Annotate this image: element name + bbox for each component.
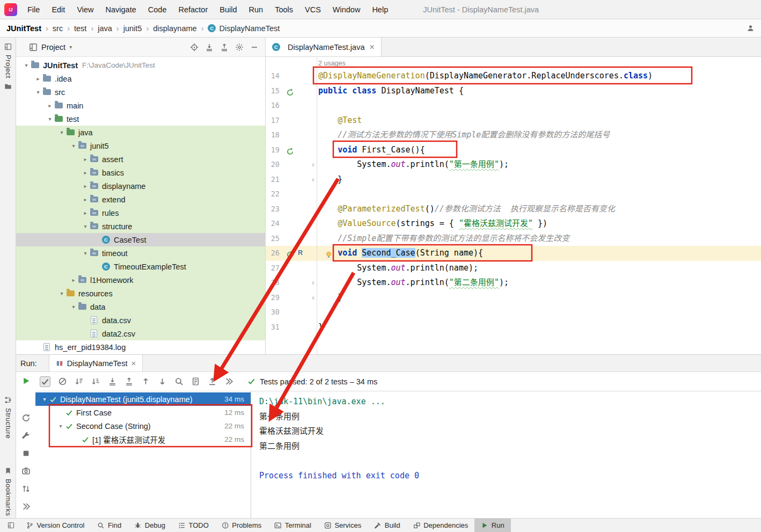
tree-chevron-icon[interactable]: ▾ — [45, 116, 55, 122]
customize-wrench-icon[interactable] — [21, 431, 31, 440]
import-test-results-icon[interactable] — [191, 377, 200, 386]
code-line-23[interactable]: 23 @ParameterizedTest()//参数化测试方法 执行观察显示名… — [266, 202, 761, 217]
more-options-icon[interactable] — [224, 377, 233, 386]
project-panel-title[interactable]: Project — [41, 43, 65, 52]
tree-item-java[interactable]: ▾java — [16, 126, 265, 139]
settings-gear-icon[interactable] — [235, 43, 244, 52]
code-line-28[interactable]: 28∨ System.out.println("第二条用例"); — [266, 275, 761, 290]
code-line-14[interactable]: 14@DisplayNameGeneration(DisplayNameGene… — [266, 69, 761, 84]
profile-icon[interactable] — [747, 24, 755, 32]
breadcrumb-item-src[interactable]: src — [53, 24, 63, 33]
editor-tab[interactable]: C DisplayNameTest.java × — [266, 38, 382, 56]
hide-panel-icon[interactable] — [250, 43, 259, 52]
menu-refactor[interactable]: Refactor — [172, 0, 214, 19]
more-chevrons-icon[interactable] — [21, 502, 31, 511]
code-line-20[interactable]: 20∨ System.out.println("第一条用例"); — [266, 157, 761, 172]
tree-item-TimeoutExampleTest[interactable]: CTimeoutExampleTest — [16, 260, 265, 273]
close-run-tab-icon[interactable]: × — [131, 359, 136, 368]
tree-chevron-icon[interactable]: ▾ — [69, 143, 78, 149]
statusbar-version-control[interactable]: Version Control — [20, 519, 91, 532]
show-ignored-icon[interactable] — [58, 377, 67, 386]
code-line-29[interactable]: 29∧ } — [266, 290, 761, 305]
run-tab[interactable]: DisplayNameTest × — [49, 355, 143, 371]
stop-icon[interactable] — [21, 449, 31, 458]
tree-chevron-icon[interactable]: ▸ — [81, 183, 90, 189]
tree-item-JUnitTest[interactable]: ▾JUnitTestF:\JavaCode\JUnitTest — [16, 59, 265, 72]
menu-tools[interactable]: Tools — [269, 0, 299, 19]
tree-chevron-icon[interactable]: ▾ — [69, 304, 78, 310]
test-row-[1] 霍格沃兹测试开发[interactable]: [1] 霍格沃兹测试开发22 ms — [35, 433, 251, 446]
breadcrumb-item-java[interactable]: java — [98, 24, 112, 33]
code-line-15[interactable]: 15public class DisplayNameTest { — [266, 84, 761, 99]
tree-item-src[interactable]: ▾src — [16, 85, 265, 99]
tree-chevron-icon[interactable]: ▾ — [81, 223, 90, 229]
code-line-27[interactable]: 27 System.out.println(name); — [266, 261, 761, 276]
menu-build[interactable]: Build — [214, 0, 243, 19]
tool-stripe-structure[interactable]: Structure — [0, 396, 16, 439]
tree-item-.idea[interactable]: ▸.idea — [16, 72, 265, 85]
tree-chevron-icon[interactable]: ▾ — [57, 290, 67, 296]
tree-item-junit5[interactable]: ▾junit5 — [16, 139, 265, 152]
collapse-all-icon[interactable] — [220, 43, 229, 52]
menu-help[interactable]: Help — [366, 0, 394, 19]
select-opened-file-icon[interactable] — [190, 43, 199, 52]
statusbar-build[interactable]: Build — [368, 519, 406, 532]
code-line-17[interactable]: 17 @Test — [266, 113, 761, 128]
test-row-Second Case (String)[interactable]: ▾Second Case (String)22 ms — [35, 419, 251, 433]
intention-bulb-icon[interactable] — [325, 249, 333, 257]
console-output[interactable]: D:\jdk-11\bin\java.exe ...第一条用例霍格沃兹测试开发第… — [251, 391, 761, 518]
fold-marker-icon[interactable]: ∨ — [310, 157, 317, 172]
tree-item-l1Homework[interactable]: ▸l1Homework — [16, 273, 265, 287]
code-line-21[interactable]: 21∧ } — [266, 172, 761, 187]
tree-item-basics[interactable]: ▸basics — [16, 166, 265, 179]
statusbar-problems[interactable]: Problems — [215, 519, 268, 532]
menu-navigate[interactable]: Navigate — [100, 0, 142, 19]
tree-chevron-icon[interactable]: ▸ — [33, 76, 43, 82]
tool-windows-toggle-icon[interactable] — [2, 519, 20, 532]
expand-all-icon[interactable] — [205, 43, 214, 52]
tree-item-CaseTest[interactable]: CCaseTest — [16, 233, 265, 246]
breadcrumb-item-junit5[interactable]: junit5 — [123, 24, 142, 33]
breadcrumb-item-displayname[interactable]: displayname — [153, 24, 196, 33]
menu-vcs[interactable]: VCS — [299, 0, 327, 19]
code-line-25[interactable]: 25 //Simple配置下带有参数的测试方法的显示名称将不会发生改变 — [266, 231, 761, 246]
fold-marker-icon[interactable]: ∨ — [310, 275, 317, 290]
statusbar-services[interactable]: Services — [318, 519, 368, 532]
tree-chevron-icon[interactable]: ▾ — [21, 62, 31, 68]
menu-run[interactable]: Run — [243, 0, 269, 19]
tree-item-assert[interactable]: ▸assert — [16, 152, 265, 166]
collapse-all-icon[interactable] — [125, 377, 134, 386]
tree-chevron-icon[interactable]: ▸ — [69, 277, 78, 283]
tree-item-resources[interactable]: ▾resources — [16, 287, 265, 300]
previous-failed-test-icon[interactable] — [141, 377, 150, 386]
statusbar-dependencies[interactable]: Dependencies — [407, 519, 475, 532]
tree-chevron-icon[interactable]: ▸ — [81, 170, 90, 176]
expand-all-icon[interactable] — [108, 377, 117, 386]
tree-item-hs_err_pid19384.log[interactable]: hs_err_pid19384.log — [16, 340, 265, 354]
tree-chevron-icon[interactable]: ▾ — [57, 129, 67, 135]
code-line-30[interactable]: 30 — [266, 305, 761, 320]
editor-body[interactable]: 2 usages 14@DisplayNameGeneration(Displa… — [266, 57, 761, 354]
tree-item-data[interactable]: ▾data — [16, 300, 265, 314]
statusbar-todo[interactable]: TODO — [172, 519, 215, 532]
menu-view[interactable]: View — [71, 0, 99, 19]
tree-item-timeout[interactable]: ▾timeout — [16, 246, 265, 260]
tree-chevron-icon[interactable]: ▸ — [45, 103, 55, 108]
statusbar-debug[interactable]: Debug — [128, 519, 172, 532]
code-line-26[interactable]: 26R void Second_Case(String name){ — [266, 246, 761, 261]
export-test-results-icon[interactable] — [208, 377, 217, 386]
test-history-icon[interactable] — [174, 377, 184, 386]
tree-item-rules[interactable]: ▸rules — [16, 206, 265, 220]
rerun-failed-tests-icon[interactable] — [21, 413, 31, 422]
tree-chevron-icon[interactable]: ▾ — [56, 423, 65, 429]
tree-item-data.csv[interactable]: data.csv — [16, 314, 265, 327]
tree-item-displayname[interactable]: ▸displayname — [16, 179, 265, 193]
tree-chevron-icon[interactable]: ▾ — [40, 396, 49, 402]
tree-item-extend[interactable]: ▸extend — [16, 193, 265, 206]
code-line-24[interactable]: 24 @ValueSource(strings = { "霍格沃兹测试开发" }… — [266, 216, 761, 231]
tree-item-main[interactable]: ▸main — [16, 99, 265, 112]
code-line-22[interactable]: 22 — [266, 187, 761, 202]
tree-chevron-icon[interactable]: ▸ — [81, 156, 90, 162]
navigate-stacktrace-icon[interactable] — [21, 484, 31, 493]
tool-stripe-bookmarks[interactable]: Bookmarks — [0, 467, 16, 516]
